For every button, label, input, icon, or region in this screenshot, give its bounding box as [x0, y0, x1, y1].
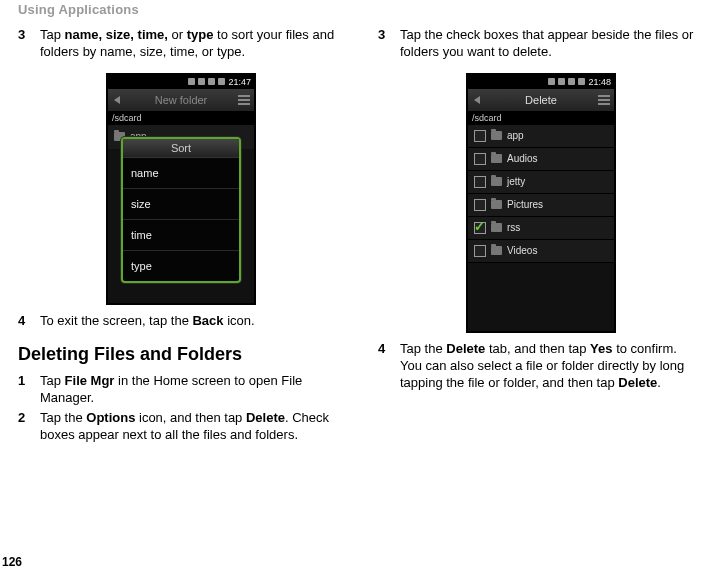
section-heading: Deleting Files and Folders [18, 344, 344, 365]
status-icon [558, 78, 565, 85]
text: Tap the [400, 341, 446, 356]
sort-popup: Sort name size time type [121, 137, 241, 283]
title-bar: New folder [108, 89, 254, 111]
status-bar: 21:48 [468, 75, 614, 89]
step-number: 2 [18, 410, 40, 444]
text: . [657, 375, 661, 390]
sort-option-name[interactable]: name [123, 158, 239, 189]
item-label: Audios [507, 153, 538, 164]
list-item[interactable]: jetty [468, 171, 614, 194]
step-body: Tap File Mgr in the Home screen to open … [40, 373, 344, 407]
status-time: 21:47 [228, 77, 251, 87]
step-body: Tap the check boxes that appear beside t… [400, 27, 704, 61]
step-number: 4 [378, 341, 400, 392]
text-bold: name, size, time, [65, 27, 168, 42]
text-bold: Delete [246, 410, 285, 425]
list-item[interactable]: Videos [468, 240, 614, 263]
text-bold: File Mgr [65, 373, 115, 388]
text: to confirm. [613, 341, 677, 356]
text-bold: Back [192, 313, 223, 328]
screenshot-delete: 21:48 Delete /sdcard app Audios jetty Pi… [466, 73, 616, 333]
back-icon[interactable] [472, 94, 484, 106]
item-label: Pictures [507, 199, 543, 210]
right-step-4: 4 Tap the Delete tab, and then tap Yes t… [378, 341, 704, 392]
step-number: 4 [18, 313, 40, 330]
step-body: Tap the Options icon, and then tap Delet… [40, 410, 344, 444]
path-text: /sdcard [108, 111, 254, 125]
sort-popup-title: Sort [123, 139, 239, 158]
text: or [168, 27, 187, 42]
checkbox-icon[interactable] [474, 176, 486, 188]
status-icon [188, 78, 195, 85]
step-number: 3 [378, 27, 400, 61]
step-body: To exit the screen, tap the Back icon. [40, 313, 255, 330]
text-bold: Delete [618, 375, 657, 390]
screen-title: Delete [484, 94, 598, 106]
item-label: rss [507, 222, 520, 233]
sort-option-type[interactable]: type [123, 251, 239, 281]
list-item[interactable]: app [468, 125, 614, 148]
text-bold: Options [86, 410, 135, 425]
title-bar: Delete [468, 89, 614, 111]
sort-option-time[interactable]: time [123, 220, 239, 251]
folder-icon [491, 246, 502, 255]
folder-icon [491, 177, 502, 186]
screen-title: New folder [124, 94, 238, 106]
checkbox-icon[interactable] [474, 153, 486, 165]
status-icon [218, 78, 225, 85]
left-step-2: 2 Tap the Options icon, and then tap Del… [18, 410, 344, 444]
step-body: Tap the Delete tab, and then tap Yes to … [400, 341, 704, 392]
status-icon [568, 78, 575, 85]
item-label: app [507, 130, 524, 141]
status-icon [198, 78, 205, 85]
right-step-3: 3 Tap the check boxes that appear beside… [378, 27, 704, 61]
text-bold: Yes [590, 341, 612, 356]
menu-icon[interactable] [598, 95, 610, 105]
step-number: 1 [18, 373, 40, 407]
folder-icon [491, 200, 502, 209]
checkbox-icon[interactable] [474, 222, 486, 234]
list-item[interactable]: Pictures [468, 194, 614, 217]
status-icon [548, 78, 555, 85]
text: tab, and then tap [485, 341, 590, 356]
screenshot-sort: 21:47 New folder /sdcard app Sort name s… [106, 73, 256, 305]
list-item[interactable]: Audios [468, 148, 614, 171]
folder-icon [491, 223, 502, 232]
path-text: /sdcard [468, 111, 614, 125]
folder-icon [491, 131, 502, 140]
item-label: Videos [507, 245, 537, 256]
text: Tap [40, 27, 65, 42]
checkbox-icon[interactable] [474, 245, 486, 257]
menu-icon[interactable] [238, 95, 250, 105]
status-icon [578, 78, 585, 85]
sort-option-size[interactable]: size [123, 189, 239, 220]
text: To exit the screen, tap the [40, 313, 192, 328]
step-body: Tap name, size, time, or type to sort yo… [40, 27, 344, 61]
left-step-1: 1 Tap File Mgr in the Home screen to ope… [18, 373, 344, 407]
text: icon, and then tap [135, 410, 246, 425]
status-bar: 21:47 [108, 75, 254, 89]
checkbox-icon[interactable] [474, 130, 486, 142]
text: Tap [40, 373, 65, 388]
back-icon[interactable] [112, 94, 124, 106]
folder-icon [491, 154, 502, 163]
right-column: 3 Tap the check boxes that appear beside… [378, 27, 704, 573]
text-bold: type [187, 27, 214, 42]
text: icon. [224, 313, 255, 328]
text: Tap the [40, 410, 86, 425]
left-column: 3 Tap name, size, time, or type to sort … [18, 27, 344, 573]
page-header: Using Applications [18, 2, 704, 17]
status-icon [208, 78, 215, 85]
delete-list: app Audios jetty Pictures rss Videos [468, 125, 614, 263]
step-number: 3 [18, 27, 40, 61]
checkbox-icon[interactable] [474, 199, 486, 211]
status-time: 21:48 [588, 77, 611, 87]
page-number: 126 [2, 555, 22, 569]
left-step-4: 4 To exit the screen, tap the Back icon. [18, 313, 344, 330]
item-label: jetty [507, 176, 525, 187]
list-item[interactable]: rss [468, 217, 614, 240]
left-step-3: 3 Tap name, size, time, or type to sort … [18, 27, 344, 61]
text-bold: Delete [446, 341, 485, 356]
